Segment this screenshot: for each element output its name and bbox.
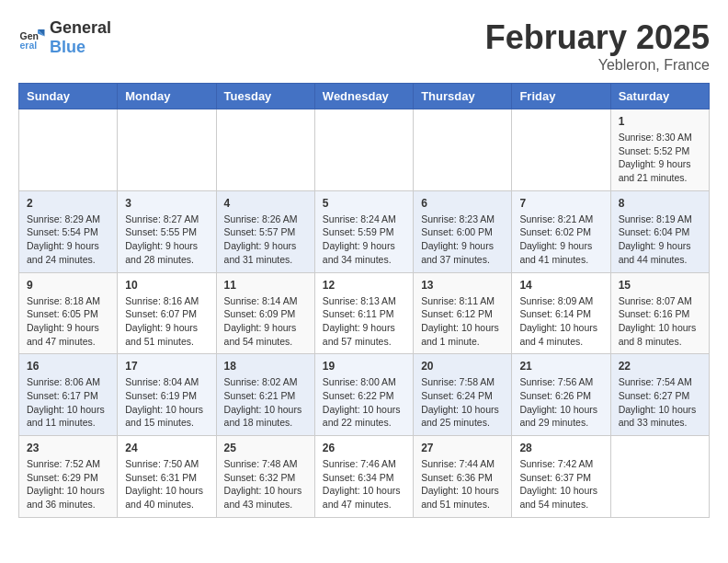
calendar-day-cell: 16Sunrise: 8:06 AM Sunset: 6:17 PM Dayli… (19, 354, 118, 436)
day-number: 27 (421, 442, 504, 454)
day-number: 7 (519, 197, 602, 210)
calendar-day-cell (610, 436, 709, 518)
day-number: 4 (224, 197, 307, 210)
calendar-day-cell (118, 109, 216, 191)
day-info: Sunrise: 8:00 AM Sunset: 6:22 PM Dayligh… (323, 375, 405, 430)
page-header: Gen eral General Blue February 2025 Yebl… (18, 18, 710, 74)
day-number: 28 (519, 442, 602, 454)
day-number: 5 (323, 197, 405, 210)
calendar-day-cell: 25Sunrise: 7:48 AM Sunset: 6:32 PM Dayli… (216, 436, 314, 518)
day-number: 3 (125, 197, 208, 210)
day-number: 6 (421, 197, 504, 210)
day-info: Sunrise: 8:04 AM Sunset: 6:19 PM Dayligh… (125, 375, 208, 430)
day-info: Sunrise: 7:58 AM Sunset: 6:24 PM Dayligh… (421, 375, 504, 430)
calendar-day-cell (414, 109, 512, 191)
calendar-day-cell: 15Sunrise: 8:07 AM Sunset: 6:16 PM Dayli… (610, 272, 709, 354)
day-number: 17 (125, 360, 208, 373)
logo-icon: Gen eral (18, 24, 46, 52)
calendar-week-row: 9Sunrise: 8:18 AM Sunset: 6:05 PM Daylig… (19, 272, 710, 354)
calendar-day-cell: 2Sunrise: 8:29 AM Sunset: 5:54 PM Daylig… (19, 190, 118, 272)
logo-text: General Blue (50, 18, 111, 57)
calendar-day-cell: 12Sunrise: 8:13 AM Sunset: 6:11 PM Dayli… (314, 272, 413, 354)
calendar-day-cell (19, 109, 118, 191)
day-info: Sunrise: 7:44 AM Sunset: 6:36 PM Dayligh… (421, 457, 504, 511)
day-info: Sunrise: 7:54 AM Sunset: 6:27 PM Dayligh… (619, 375, 701, 430)
day-number: 21 (519, 360, 602, 373)
calendar-day-cell (512, 109, 610, 191)
day-info: Sunrise: 8:13 AM Sunset: 6:11 PM Dayligh… (323, 294, 405, 349)
day-info: Sunrise: 8:26 AM Sunset: 5:57 PM Dayligh… (224, 213, 307, 267)
calendar-day-cell: 21Sunrise: 7:56 AM Sunset: 6:26 PM Dayli… (512, 354, 610, 436)
calendar-week-row: 2Sunrise: 8:29 AM Sunset: 5:54 PM Daylig… (19, 190, 710, 272)
calendar-day-cell: 17Sunrise: 8:04 AM Sunset: 6:19 PM Dayli… (118, 354, 216, 436)
day-info: Sunrise: 8:09 AM Sunset: 6:14 PM Dayligh… (519, 294, 602, 349)
calendar-day-cell: 7Sunrise: 8:21 AM Sunset: 6:02 PM Daylig… (512, 190, 610, 272)
weekday-header: Saturday (610, 84, 709, 109)
weekday-header: Sunday (19, 84, 118, 109)
day-number: 26 (323, 442, 405, 454)
day-number: 16 (27, 360, 109, 373)
calendar-day-cell: 20Sunrise: 7:58 AM Sunset: 6:24 PM Dayli… (414, 354, 512, 436)
day-info: Sunrise: 8:19 AM Sunset: 6:04 PM Dayligh… (619, 213, 701, 267)
day-info: Sunrise: 8:27 AM Sunset: 5:55 PM Dayligh… (125, 213, 208, 267)
calendar-week-row: 1Sunrise: 8:30 AM Sunset: 5:52 PM Daylig… (19, 109, 710, 191)
calendar-day-cell: 19Sunrise: 8:00 AM Sunset: 6:22 PM Dayli… (314, 354, 413, 436)
logo-blue: Blue (50, 38, 85, 56)
day-info: Sunrise: 8:23 AM Sunset: 6:00 PM Dayligh… (421, 213, 504, 267)
calendar-day-cell: 8Sunrise: 8:19 AM Sunset: 6:04 PM Daylig… (610, 190, 709, 272)
calendar-day-cell: 1Sunrise: 8:30 AM Sunset: 5:52 PM Daylig… (610, 109, 709, 191)
calendar-day-cell: 13Sunrise: 8:11 AM Sunset: 6:12 PM Dayli… (414, 272, 512, 354)
day-number: 15 (619, 279, 701, 292)
day-number: 24 (125, 442, 208, 454)
calendar-day-cell: 14Sunrise: 8:09 AM Sunset: 6:14 PM Dayli… (512, 272, 610, 354)
weekday-header: Thursday (414, 84, 512, 109)
day-info: Sunrise: 8:29 AM Sunset: 5:54 PM Dayligh… (27, 213, 109, 267)
day-info: Sunrise: 7:50 AM Sunset: 6:31 PM Dayligh… (125, 457, 208, 511)
weekday-header: Friday (512, 84, 610, 109)
calendar-day-cell: 10Sunrise: 8:16 AM Sunset: 6:07 PM Dayli… (118, 272, 216, 354)
day-number: 19 (323, 360, 405, 373)
day-info: Sunrise: 7:56 AM Sunset: 6:26 PM Dayligh… (519, 375, 602, 430)
day-info: Sunrise: 7:52 AM Sunset: 6:29 PM Dayligh… (27, 457, 109, 511)
day-info: Sunrise: 8:02 AM Sunset: 6:21 PM Dayligh… (224, 375, 307, 430)
logo: Gen eral General Blue (18, 18, 111, 57)
calendar-day-cell: 26Sunrise: 7:46 AM Sunset: 6:34 PM Dayli… (314, 436, 413, 518)
day-number: 13 (421, 279, 504, 292)
calendar-day-cell: 24Sunrise: 7:50 AM Sunset: 6:31 PM Dayli… (118, 436, 216, 518)
day-info: Sunrise: 8:16 AM Sunset: 6:07 PM Dayligh… (125, 294, 208, 349)
calendar-day-cell: 9Sunrise: 8:18 AM Sunset: 6:05 PM Daylig… (19, 272, 118, 354)
day-number: 22 (619, 360, 701, 373)
weekday-header: Wednesday (314, 84, 413, 109)
calendar-day-cell (216, 109, 314, 191)
day-info: Sunrise: 8:07 AM Sunset: 6:16 PM Dayligh… (619, 294, 701, 349)
day-number: 18 (224, 360, 307, 373)
logo-general: General (50, 18, 111, 37)
page-title: February 2025 (485, 18, 710, 57)
day-info: Sunrise: 8:14 AM Sunset: 6:09 PM Dayligh… (224, 294, 307, 349)
day-info: Sunrise: 8:11 AM Sunset: 6:12 PM Dayligh… (421, 294, 504, 349)
calendar-day-cell: 5Sunrise: 8:24 AM Sunset: 5:59 PM Daylig… (314, 190, 413, 272)
day-number: 12 (323, 279, 405, 292)
day-info: Sunrise: 7:48 AM Sunset: 6:32 PM Dayligh… (224, 457, 307, 511)
calendar-day-cell: 22Sunrise: 7:54 AM Sunset: 6:27 PM Dayli… (610, 354, 709, 436)
calendar-day-cell: 23Sunrise: 7:52 AM Sunset: 6:29 PM Dayli… (19, 436, 118, 518)
day-number: 10 (125, 279, 208, 292)
day-number: 2 (27, 197, 109, 210)
weekday-header: Monday (118, 84, 216, 109)
day-info: Sunrise: 7:42 AM Sunset: 6:37 PM Dayligh… (519, 457, 602, 511)
calendar-table: SundayMondayTuesdayWednesdayThursdayFrid… (18, 83, 710, 518)
day-number: 20 (421, 360, 504, 373)
day-info: Sunrise: 7:46 AM Sunset: 6:34 PM Dayligh… (323, 457, 405, 511)
day-number: 1 (619, 115, 701, 128)
day-number: 8 (619, 197, 701, 210)
calendar-day-cell: 28Sunrise: 7:42 AM Sunset: 6:37 PM Dayli… (512, 436, 610, 518)
calendar-header-row: SundayMondayTuesdayWednesdayThursdayFrid… (19, 84, 710, 109)
calendar-day-cell: 3Sunrise: 8:27 AM Sunset: 5:55 PM Daylig… (118, 190, 216, 272)
day-number: 25 (224, 442, 307, 454)
day-info: Sunrise: 8:06 AM Sunset: 6:17 PM Dayligh… (27, 375, 109, 430)
calendar-day-cell: 11Sunrise: 8:14 AM Sunset: 6:09 PM Dayli… (216, 272, 314, 354)
calendar-day-cell: 4Sunrise: 8:26 AM Sunset: 5:57 PM Daylig… (216, 190, 314, 272)
calendar-day-cell (314, 109, 413, 191)
page-subtitle: Yebleron, France (485, 57, 710, 74)
weekday-header: Tuesday (216, 84, 314, 109)
